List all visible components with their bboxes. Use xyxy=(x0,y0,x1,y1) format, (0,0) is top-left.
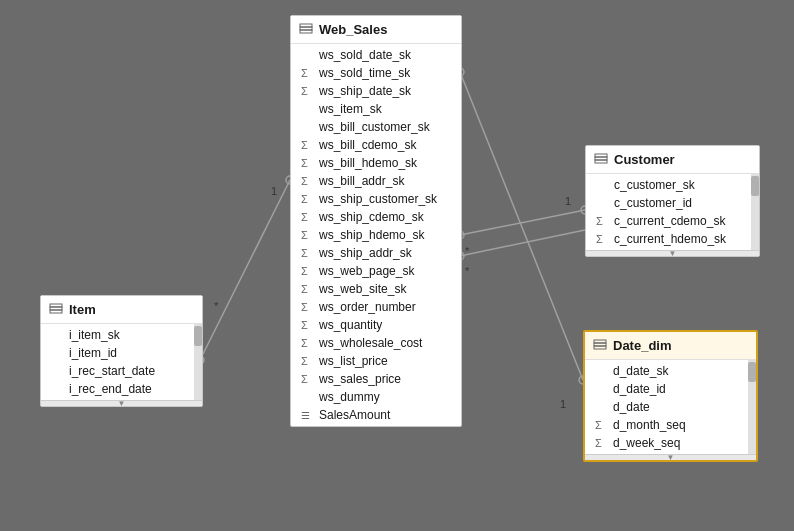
customer-title: Customer xyxy=(614,152,675,167)
field-icon: Σ xyxy=(301,373,315,385)
canvas: * 1 * 1 * 1 Web_Sales xyxy=(0,0,794,531)
label-date-one: 1 xyxy=(560,398,566,410)
field-name: i_rec_start_date xyxy=(69,364,155,378)
field-c_customer_id: c_customer_id xyxy=(586,194,749,212)
svg-line-0 xyxy=(200,180,290,360)
field-icon: Σ xyxy=(301,211,315,223)
field-d_month_seq: Σ d_month_seq xyxy=(585,416,746,434)
label-cust-one: 1 xyxy=(565,195,571,207)
field-ws_ship_addr_sk: Σ ws_ship_addr_sk xyxy=(291,244,461,262)
field-ws_ship_date_sk: Σ ws_ship_date_sk xyxy=(291,82,461,100)
scroll-indicator-bottom: ▼ xyxy=(41,400,202,406)
item-scrollbar[interactable] xyxy=(194,324,202,400)
field-name: ws_list_price xyxy=(319,354,388,368)
field-name: i_item_id xyxy=(69,346,117,360)
field-ws_web_page_sk: Σ ws_web_page_sk xyxy=(291,262,461,280)
web-sales-body: ws_sold_date_sk Σ ws_sold_time_sk Σ ws_s… xyxy=(291,44,461,426)
field-name: d_date_sk xyxy=(613,364,668,378)
field-name: ws_dummy xyxy=(319,390,380,404)
field-icon: Σ xyxy=(301,229,315,241)
date-dim-title: Date_dim xyxy=(613,338,672,353)
scroll-indicator-bottom: ▼ xyxy=(585,454,756,460)
field-name: d_week_seq xyxy=(613,436,680,450)
field-icon: Σ xyxy=(301,175,315,187)
field-d_date_id: d_date_id xyxy=(585,380,746,398)
field-name: ws_item_sk xyxy=(319,102,382,116)
table-icon xyxy=(594,153,608,167)
label-item-star: * xyxy=(214,300,219,312)
item-scrollbar-thumb xyxy=(194,326,202,346)
field-i_item_id: i_item_id xyxy=(41,344,192,362)
field-name: ws_ship_cdemo_sk xyxy=(319,210,424,224)
field-icon: Σ xyxy=(301,355,315,367)
field-d_date_sk: d_date_sk xyxy=(585,362,746,380)
field-ws_quantity: Σ ws_quantity xyxy=(291,316,461,334)
field-name: c_customer_id xyxy=(614,196,692,210)
field-i_rec_end_date: i_rec_end_date xyxy=(41,380,192,398)
field-name: ws_bill_customer_sk xyxy=(319,120,430,134)
field-ws_sold_time_sk: Σ ws_sold_time_sk xyxy=(291,64,461,82)
web-sales-title: Web_Sales xyxy=(319,22,387,37)
svg-rect-16 xyxy=(595,160,607,163)
field-name: d_date_id xyxy=(613,382,666,396)
field-icon: Σ xyxy=(301,157,315,169)
customer-scrollbar-thumb xyxy=(751,176,759,196)
field-name: d_date xyxy=(613,400,650,414)
item-table: Item i_item_sk i_item_id i_rec_start_dat… xyxy=(40,295,203,407)
date-dim-table: Date_dim d_date_sk d_date_id d_date Σ d_… xyxy=(583,330,758,462)
customer-scrollbar[interactable] xyxy=(751,174,759,250)
customer-table: Customer c_customer_sk c_customer_id Σ c… xyxy=(585,145,760,257)
label-cust2-star: * xyxy=(465,265,470,277)
date-dim-scrollbar[interactable] xyxy=(748,360,756,454)
field-ws_ship_hdemo_sk: Σ ws_ship_hdemo_sk xyxy=(291,226,461,244)
field-icon: Σ xyxy=(301,139,315,151)
field-icon: Σ xyxy=(301,265,315,277)
field-ws_ship_customer_sk: Σ ws_ship_customer_sk xyxy=(291,190,461,208)
web-sales-table: Web_Sales ws_sold_date_sk Σ ws_sold_time… xyxy=(290,15,462,427)
field-name: ws_ship_addr_sk xyxy=(319,246,412,260)
field-sales-amount: ☰ SalesAmount xyxy=(291,406,461,424)
customer-header: Customer xyxy=(586,146,759,174)
item-title: Item xyxy=(69,302,96,317)
field-icon: Σ xyxy=(301,67,315,79)
date-dim-body: d_date_sk d_date_id d_date Σ d_month_seq… xyxy=(585,360,756,454)
field-name: ws_web_page_sk xyxy=(319,264,414,278)
svg-line-6 xyxy=(460,230,585,256)
field-icon: Σ xyxy=(301,247,315,259)
field-name: ws_bill_cdemo_sk xyxy=(319,138,416,152)
svg-rect-13 xyxy=(300,30,312,33)
field-i_item_sk: i_item_sk xyxy=(41,326,192,344)
field-ws_dummy: ws_dummy xyxy=(291,388,461,406)
date-dim-scrollbar-thumb xyxy=(748,362,756,382)
field-ws_bill_customer_sk: ws_bill_customer_sk xyxy=(291,118,461,136)
svg-rect-22 xyxy=(594,346,606,349)
field-icon: ☰ xyxy=(301,410,315,421)
field-ws_wholesale_cost: Σ ws_wholesale_cost xyxy=(291,334,461,352)
web-sales-header: Web_Sales xyxy=(291,16,461,44)
field-c_current_hdemo_sk: Σ c_current_hdemo_sk xyxy=(586,230,749,248)
field-icon: Σ xyxy=(301,301,315,313)
field-c_current_cdemo_sk: Σ c_current_cdemo_sk xyxy=(586,212,749,230)
field-i_rec_start_date: i_rec_start_date xyxy=(41,362,192,380)
field-name: SalesAmount xyxy=(319,408,390,422)
scroll-indicator-bottom: ▼ xyxy=(586,250,759,256)
field-ws_web_site_sk: Σ ws_web_site_sk xyxy=(291,280,461,298)
label-item-one: 1 xyxy=(271,185,277,197)
svg-line-3 xyxy=(460,210,585,235)
item-header: Item xyxy=(41,296,202,324)
field-name: ws_ship_customer_sk xyxy=(319,192,437,206)
field-ws_sold_date_sk: ws_sold_date_sk xyxy=(291,46,461,64)
svg-line-8 xyxy=(460,72,583,380)
field-icon: Σ xyxy=(301,85,315,97)
field-name: c_customer_sk xyxy=(614,178,695,192)
field-ws_item_sk: ws_item_sk xyxy=(291,100,461,118)
field-name: ws_wholesale_cost xyxy=(319,336,422,350)
field-name: ws_ship_date_sk xyxy=(319,84,411,98)
field-ws_bill_hdemo_sk: Σ ws_bill_hdemo_sk xyxy=(291,154,461,172)
date-dim-header: Date_dim xyxy=(585,332,756,360)
field-name: ws_bill_hdemo_sk xyxy=(319,156,417,170)
field-name: d_month_seq xyxy=(613,418,686,432)
field-name: ws_bill_addr_sk xyxy=(319,174,404,188)
table-icon xyxy=(593,339,607,353)
label-cust-star: * xyxy=(465,245,470,257)
